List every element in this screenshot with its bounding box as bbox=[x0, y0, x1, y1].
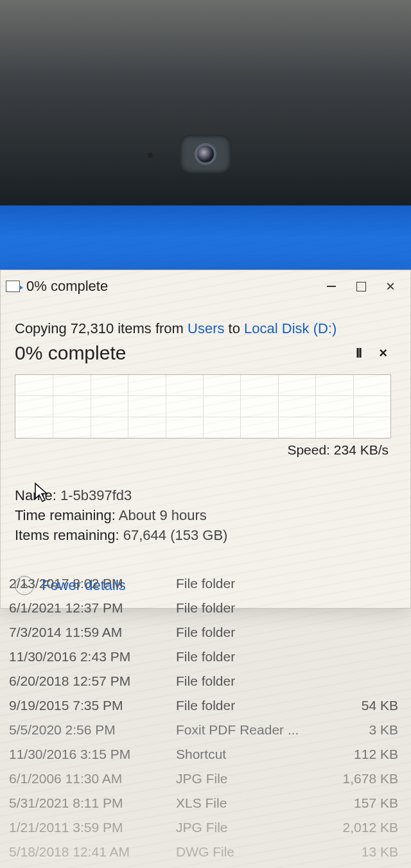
cell-date: 5/5/2020 2:56 PM bbox=[9, 722, 176, 738]
cell-type: File folder bbox=[176, 600, 311, 616]
close-button[interactable]: × bbox=[376, 274, 405, 299]
copy-mid: to bbox=[224, 320, 244, 336]
cell-date: 5/18/2018 12:41 AM bbox=[9, 844, 176, 860]
cell-size: 1,678 KB bbox=[311, 771, 402, 786]
cell-type: Shortcut bbox=[176, 747, 311, 762]
cell-date: 5/31/2021 8:11 PM bbox=[9, 795, 176, 811]
table-row[interactable]: 11/30/2016 2:43 PM File folder bbox=[9, 645, 402, 669]
cell-date: 1/21/2011 3:59 PM bbox=[9, 820, 176, 835]
cell-size: 112 KB bbox=[311, 747, 402, 762]
name-label: Name: bbox=[15, 487, 57, 503]
speed-label: Speed: 234 KB/s bbox=[15, 442, 391, 458]
table-row[interactable]: 6/1/2006 11:30 AM JPG File 1,678 KB bbox=[9, 767, 402, 791]
dialog-titlebar[interactable]: 0% complete × bbox=[1, 270, 410, 302]
table-row[interactable]: 11/30/2016 3:15 PM Shortcut 112 KB bbox=[9, 742, 402, 767]
cell-date: 6/20/2018 12:57 PM bbox=[9, 673, 176, 689]
copy-summary: Copying 72,310 items from Users to Local… bbox=[15, 320, 391, 337]
cell-type: XLS File bbox=[176, 795, 311, 811]
cell-date: 9/19/2015 7:35 PM bbox=[9, 698, 176, 713]
dialog-title: 0% complete bbox=[26, 278, 317, 295]
items-remaining-value: 67,644 (153 GB) bbox=[123, 527, 228, 543]
cell-type: JPG File bbox=[176, 771, 311, 786]
cell-type: File folder bbox=[176, 698, 311, 713]
cell-type: File folder bbox=[176, 649, 311, 664]
cell-size: 157 KB bbox=[311, 795, 402, 811]
table-row[interactable]: 6/20/2018 12:57 PM File folder bbox=[9, 669, 402, 693]
screen-area: 0% complete × Copying 72,310 items from … bbox=[0, 205, 411, 868]
time-remaining-label: Time remaining: bbox=[15, 507, 116, 523]
cell-type: JPG File bbox=[176, 820, 311, 835]
copy-details: Name: 1-5b397fd3 Time remaining: About 9… bbox=[15, 486, 391, 545]
explorer-list: 2/13/2017 8:02 PM File folder 6/1/2021 1… bbox=[0, 571, 411, 868]
cell-date: 6/1/2021 12:37 PM bbox=[9, 600, 176, 616]
table-row[interactable]: 5/31/2021 8:11 PM XLS File 157 KB bbox=[9, 791, 402, 815]
progress-graph bbox=[15, 374, 391, 438]
table-row[interactable]: 7/3/2014 11:59 AM File folder bbox=[9, 620, 402, 645]
cell-date: 2/13/2017 8:02 PM bbox=[9, 576, 176, 591]
cell-size: 13 KB bbox=[311, 844, 402, 860]
cell-size: 54 KB bbox=[311, 698, 402, 713]
minimize-button[interactable] bbox=[317, 274, 346, 299]
table-row[interactable]: 9/19/2015 7:35 PM File folder 54 KB bbox=[9, 693, 402, 718]
cell-type: DWG File bbox=[176, 844, 311, 860]
time-remaining-value: About 9 hours bbox=[119, 507, 207, 523]
maximize-button[interactable] bbox=[346, 274, 376, 299]
webcam-lens bbox=[195, 143, 216, 165]
table-row[interactable]: 6/1/2021 12:37 PM File folder bbox=[9, 596, 402, 620]
laptop-bezel bbox=[0, 0, 411, 205]
items-remaining-label: Items remaining: bbox=[15, 527, 119, 543]
cell-date: 7/3/2014 11:59 AM bbox=[9, 625, 176, 640]
cell-date: 11/30/2016 3:15 PM bbox=[9, 747, 176, 762]
cell-date: 11/30/2016 2:43 PM bbox=[9, 649, 176, 664]
table-row[interactable]: 5/3/2020 12:30 PM Office Open XML ... bbox=[9, 864, 402, 868]
table-row[interactable]: 2/13/2017 8:02 PM File folder bbox=[9, 571, 402, 596]
cell-type: Foxit PDF Reader ... bbox=[176, 722, 311, 738]
cell-type: File folder bbox=[176, 625, 311, 640]
webcam bbox=[180, 135, 231, 173]
cell-type: File folder bbox=[176, 673, 311, 689]
explorer-titlebar-background bbox=[0, 205, 411, 270]
table-row[interactable]: 5/5/2020 2:56 PM Foxit PDF Reader ... 3 … bbox=[9, 718, 402, 742]
cell-size: 3 KB bbox=[311, 722, 402, 738]
copy-icon bbox=[6, 281, 20, 292]
copy-from-link[interactable]: Users bbox=[188, 320, 224, 336]
table-row[interactable]: 5/18/2018 12:41 AM DWG File 13 KB bbox=[9, 840, 402, 864]
cell-size: 2,012 KB bbox=[311, 820, 402, 835]
cancel-button[interactable]: × bbox=[379, 345, 387, 361]
cell-type: File folder bbox=[176, 576, 311, 591]
progress-percent: 0% complete bbox=[15, 342, 356, 364]
copy-prefix: Copying 72,310 items from bbox=[15, 320, 188, 336]
pause-button[interactable]: II bbox=[356, 345, 361, 361]
name-value: 1-5b397fd3 bbox=[60, 487, 132, 503]
copy-to-link[interactable]: Local Disk (D:) bbox=[244, 320, 337, 336]
copy-progress-dialog: 0% complete × Copying 72,310 items from … bbox=[0, 270, 411, 609]
table-row[interactable]: 1/21/2011 3:59 PM JPG File 2,012 KB bbox=[9, 815, 402, 840]
cell-date: 6/1/2006 11:30 AM bbox=[9, 771, 176, 786]
